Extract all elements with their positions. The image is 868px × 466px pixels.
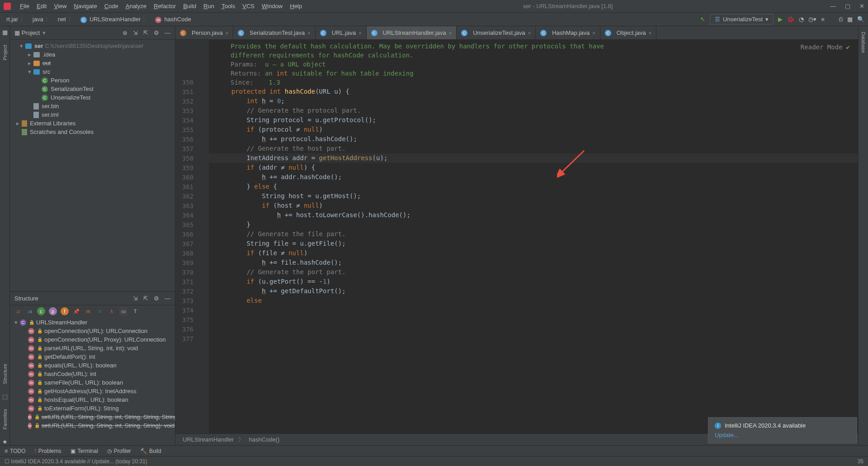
tree-src[interactable]: ▾src [10,67,175,76]
pin-icon[interactable]: 📌 [72,307,80,315]
filter-f-icon[interactable]: f [61,307,69,315]
line-356[interactable]: h += protocol.hashCode(); [209,134,858,144]
status-icon[interactable]: ☐ [5,458,9,465]
tree-root[interactable]: ▾ser C:\Users\86135\Desktop\web\java\ser [10,42,175,50]
maximize-icon[interactable]: ▢ [845,3,850,10]
tree-out[interactable]: ▸out [10,59,175,67]
method-9[interactable]: m🔒toExternalForm(URL): String [10,404,175,413]
menu-code[interactable]: Code [101,3,122,10]
debug-icon[interactable]: 🐞 [787,16,794,23]
collapse-icon[interactable]: ⇲ [133,295,138,302]
menu-vcs[interactable]: VCS [239,3,258,10]
line-354[interactable]: String protocol = u.getProtocol(); [209,115,858,125]
filter-class-icon[interactable]: c [37,307,45,315]
status-message[interactable]: IntelliJ IDEA 2020.3.4 available // Upda… [11,458,147,465]
filter-t-icon[interactable]: T [131,307,139,315]
line-365[interactable]: h += host.toLowerCase().hashCode(); [209,210,858,220]
close-icon[interactable]: × [307,30,310,36]
menu-window[interactable]: Window [258,3,286,10]
line-350[interactable]: protected int hashCode(URL u) { [209,87,858,96]
line-353[interactable]: // Generate the protocol part. [209,106,858,115]
favorites-tool-icon[interactable]: ★ [2,438,8,445]
line-360[interactable]: if (addr ≠ null) { [209,163,858,172]
line-371[interactable]: h += file.hashCode(); [209,258,858,267]
update-link[interactable]: Update... [715,432,850,438]
tree-class-serialization[interactable]: CSerializationTest [10,85,175,93]
line-363[interactable]: String host = u.getHost(); [209,191,858,201]
menu-run[interactable]: Run [200,3,218,10]
tab-URL.java[interactable]: CURL.java× [316,26,367,39]
method-1[interactable]: m🔒openConnection(URL, Proxy): URLConnect… [10,335,175,344]
collapse-icon[interactable]: ⇲ [133,29,138,36]
method-6[interactable]: m🔒sameFile(URL, URL): boolean [10,378,175,387]
problems-tool[interactable]: !Problems [34,448,61,454]
grid-icon[interactable]: ▦ [847,16,853,23]
line-373[interactable]: // Generate the port part. [209,267,858,277]
line-376[interactable]: else [209,296,858,305]
minimize-icon[interactable]: — [830,3,836,10]
chevron-down-icon[interactable]: ▾ [42,29,46,36]
method-5[interactable]: m🔒hashCode(URL): int [10,370,175,378]
method-10[interactable]: m🔒setURL(URL, String, String, int, Strin… [10,413,175,421]
editor-body[interactable]: 3503513523533543553563573583593603613623… [175,40,858,433]
close-icon[interactable]: × [226,30,228,36]
line-375[interactable]: h += getDefaultPort(); [209,286,858,296]
line-369[interactable]: String file = u.getFile(); [209,239,858,248]
line-364[interactable]: if (host ≠ null) [209,201,858,210]
expand-icon[interactable]: ⇱ [143,29,148,36]
back-icon[interactable]: ↖ [700,16,705,23]
menu-refactor[interactable]: Refactor [150,3,179,10]
line-351[interactable]: int h = 0; [209,96,858,106]
hide-icon[interactable]: — [165,29,170,36]
expand-icon[interactable]: ⇱ [143,295,148,302]
close-icon[interactable]: ✕ [859,3,864,10]
tree-class-person[interactable]: CPerson [10,76,175,85]
menu-help[interactable]: Help [286,3,306,10]
line-368[interactable]: // Generate the file part. [209,229,858,239]
menu-file[interactable]: File [16,3,33,10]
target-icon[interactable]: ⊕ [123,29,127,36]
method-7[interactable]: m🔒getHostAddress(URL): InetAddress [10,387,175,395]
run-icon[interactable]: ▶ [778,16,783,23]
tree-class-unserialize[interactable]: CUnserializeTest [10,93,175,102]
rail-project[interactable]: Project [2,42,8,63]
tab-Object.java[interactable]: CObject.java× [600,26,656,39]
method-2[interactable]: m🔒parseURL(URL, String, int, int): void [10,344,175,352]
reader-mode[interactable]: Reader Mode ✔ [801,43,850,52]
structure-list[interactable]: ▾C🔒URLStreamHandler m🔒openConnection(URL… [10,317,175,431]
menu-build[interactable]: Build [179,3,200,10]
tree-file-serbin[interactable]: ser.bin [10,102,175,110]
crumb-1[interactable]: java [30,14,54,24]
profiler-tool[interactable]: ◷Profiler [107,448,131,454]
terminal-tool[interactable]: ▣Terminal [71,448,98,454]
tree-file-seriml[interactable]: ser.iml [10,110,175,119]
build-tool[interactable]: 🔨Build [140,448,161,454]
line-361[interactable]: h += addr.hashCode(); [209,172,858,182]
line-355[interactable]: if (protocol ≠ null) [209,125,858,134]
gear-icon[interactable]: ⚙ [154,29,159,36]
sort-alpha-icon[interactable]: ↓a [25,307,33,315]
line-366[interactable]: } [209,220,858,229]
close-icon[interactable]: × [592,30,595,36]
tree-idea[interactable]: ▸.idea [10,50,175,59]
filter-m-icon[interactable]: m [84,307,92,315]
method-11[interactable]: m🔒setURL(URL, String, String, int, Strin… [10,421,175,430]
filter-o-icon[interactable]: ○ [96,307,104,315]
tree-external[interactable]: ▸External Libraries [10,119,175,128]
rail-database[interactable]: Database [861,29,866,56]
sort-icon[interactable]: ↓z [14,307,22,315]
line-359[interactable]: InetAddress addr = getHostAddress(u); [209,153,858,163]
profile-icon[interactable]: ◷▾ [808,16,816,23]
menu-analyze[interactable]: Analyze [122,3,150,10]
run-config-selector[interactable]: ☰ UnserializeTest ▾ [710,14,774,24]
crumb-0[interactable]: rt.jar [4,14,28,24]
todo-tool[interactable]: ≡TODO [5,448,25,454]
menu-navigate[interactable]: Navigate [70,3,100,10]
stop-icon[interactable]: ■ [821,16,825,23]
crumb-3[interactable]: CURLStreamHandler [78,14,151,24]
rail-structure[interactable]: Structure [2,361,8,387]
menu-edit[interactable]: Edit [33,3,50,10]
close-icon[interactable]: × [359,30,361,36]
filter-l-icon[interactable]: λ [108,307,116,315]
method-4[interactable]: m🔒equals(URL, URL): boolean [10,361,175,370]
